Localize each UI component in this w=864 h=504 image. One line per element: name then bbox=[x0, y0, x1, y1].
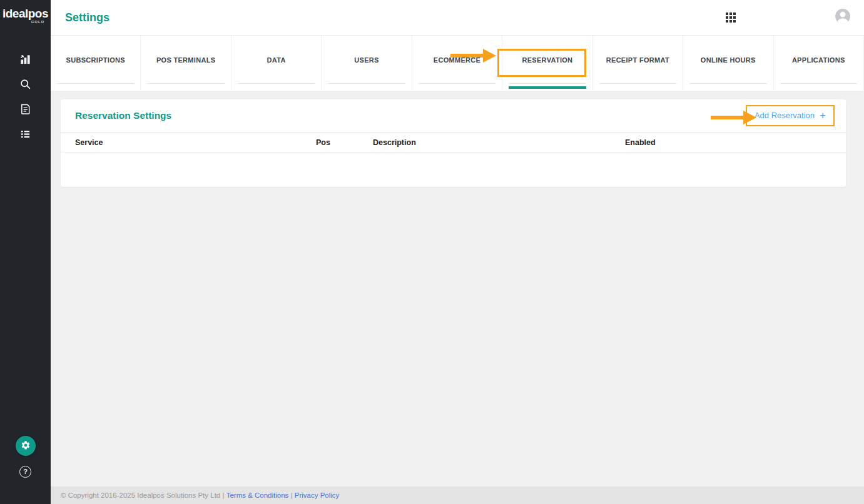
privacy-link[interactable]: Privacy Policy bbox=[295, 491, 340, 499]
column-header-service: Service bbox=[75, 138, 316, 147]
sidebar: idealpos GOLD bbox=[0, 0, 51, 504]
page-footer: © Copyright 2016-2025 Idealpos Solutions… bbox=[51, 486, 864, 504]
plus-icon: + bbox=[820, 110, 826, 121]
reservation-settings-card: Reservation Settings Add Reservation + S… bbox=[61, 99, 846, 187]
table-empty-body bbox=[61, 153, 846, 187]
card-header: Reservation Settings Add Reservation + bbox=[61, 99, 846, 133]
copyright-text: © Copyright 2016-2025 Idealpos Solutions… bbox=[61, 491, 222, 499]
column-header-description: Description bbox=[373, 138, 625, 147]
app-root: idealpos GOLD bbox=[0, 0, 864, 504]
footer-separator-2: | bbox=[288, 491, 294, 499]
tab-applications[interactable]: APPLICATIONS bbox=[774, 36, 864, 91]
add-reservation-button[interactable]: Add Reservation + bbox=[747, 106, 833, 125]
tab-pos-terminals[interactable]: POS TERMINALS bbox=[141, 36, 231, 91]
column-header-pos: Pos bbox=[316, 138, 373, 147]
documents-icon bbox=[19, 103, 31, 117]
tab-ecommerce[interactable]: ECOMMERCE bbox=[412, 36, 502, 91]
tab-receipt-format[interactable]: RECEIPT FORMAT bbox=[593, 36, 683, 91]
main-column: Settings SUBSCRIPTIONS POS TERMINALS DAT… bbox=[51, 0, 864, 504]
stats-icon bbox=[19, 53, 31, 67]
terms-link[interactable]: Terms & Conditions bbox=[226, 491, 289, 499]
settings-tabbar: SUBSCRIPTIONS POS TERMINALS DATA USERS E… bbox=[51, 36, 864, 91]
tab-subscriptions[interactable]: SUBSCRIPTIONS bbox=[51, 36, 141, 91]
sidebar-item-documents[interactable] bbox=[13, 98, 38, 123]
sidebar-item-list[interactable] bbox=[13, 123, 38, 148]
app-logo[interactable]: idealpos GOLD bbox=[3, 8, 48, 24]
user-avatar[interactable] bbox=[835, 8, 851, 27]
column-header-enabled: Enabled bbox=[625, 138, 846, 147]
gear-icon bbox=[21, 440, 31, 452]
top-header: Settings bbox=[51, 0, 864, 36]
tab-reservation[interactable]: RESERVATION bbox=[502, 36, 592, 91]
header-actions bbox=[726, 8, 864, 27]
tab-online-hours[interactable]: ONLINE HOURS bbox=[683, 36, 773, 91]
sidebar-item-search[interactable] bbox=[13, 73, 38, 98]
search-icon bbox=[19, 78, 31, 92]
page-title: Settings bbox=[65, 11, 109, 24]
sidebar-item-stats[interactable] bbox=[13, 48, 38, 73]
add-reservation-label: Add Reservation bbox=[755, 109, 815, 122]
help-button[interactable]: ? bbox=[19, 466, 31, 478]
help-icon: ? bbox=[23, 468, 28, 475]
content-area: Reservation Settings Add Reservation + S… bbox=[51, 91, 864, 486]
tab-users[interactable]: USERS bbox=[322, 36, 412, 91]
card-title: Reservation Settings bbox=[75, 110, 171, 121]
logo-subtext: GOLD bbox=[3, 20, 44, 24]
logo-text: idealpos bbox=[3, 8, 48, 19]
table-header-row: Service Pos Description Enabled bbox=[61, 133, 846, 153]
settings-gear-button[interactable] bbox=[16, 436, 36, 456]
list-icon bbox=[19, 128, 31, 142]
sidebar-bottom: ? bbox=[16, 436, 36, 504]
apps-grid-icon[interactable] bbox=[726, 13, 736, 23]
tab-data[interactable]: DATA bbox=[231, 36, 322, 91]
annotation-box-add-reservation: Add Reservation + bbox=[746, 105, 835, 126]
sidebar-nav bbox=[13, 48, 38, 148]
